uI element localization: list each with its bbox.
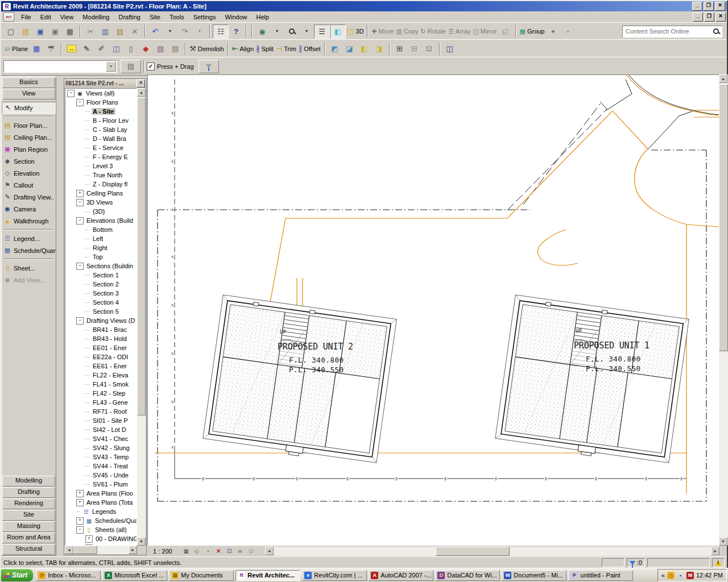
group-button[interactable]: ▦Group [519, 25, 546, 38]
design-bar-tab[interactable]: Rendering [2, 498, 55, 509]
model-graphics-button[interactable]: ◇ [192, 547, 202, 555]
work-plane-button[interactable]: ▱Plane [3, 42, 29, 55]
shadows-button[interactable]: ◑ [203, 547, 213, 555]
paste-button[interactable]: ▧ [113, 25, 127, 38]
scroll-down-icon[interactable]: ▼ [137, 537, 146, 546]
tree-item[interactable]: −Drafting Views (D [65, 316, 136, 325]
collapse-icon[interactable]: − [76, 217, 84, 225]
menu-item[interactable]: Window [220, 13, 251, 22]
collapse-icon[interactable]: − [76, 199, 84, 206]
filter-status[interactable]: :0 [627, 558, 645, 567]
tree-item[interactable]: −Sections (Buildin [65, 261, 136, 271]
floor-plan-tool[interactable]: ▤Floor Plan... [2, 119, 56, 131]
camera-tool[interactable]: ◉Camera [2, 203, 56, 215]
tree-item[interactable]: Top [65, 252, 136, 261]
default-3d-button[interactable]: ◫3D [346, 25, 365, 38]
tree-item[interactable]: Left [65, 234, 136, 243]
tree-item[interactable]: SI01 - Site P [65, 416, 136, 425]
walkthrough-tool[interactable]: ▲Walkthrough [2, 215, 56, 227]
unjoin-geometry-button[interactable]: ◪ [342, 42, 357, 55]
component-button[interactable]: ◫ [109, 42, 123, 55]
tree-item[interactable]: Section 3 [65, 289, 136, 298]
expand-icon[interactable]: + [76, 517, 84, 525]
scroll-up-icon[interactable]: ▲ [137, 88, 146, 97]
task-word[interactable]: W Document5 - Mi... [502, 570, 566, 581]
attach-button[interactable]: ▫ [560, 25, 575, 38]
child-restore-button[interactable]: ❐ [704, 13, 714, 22]
scroll-left-icon[interactable]: ◄ [65, 546, 73, 554]
add-view-tool[interactable]: ◉Add View... [2, 274, 56, 286]
properties-button[interactable]: ▤ [121, 60, 141, 73]
tree-item[interactable]: C - Slab Lay [65, 125, 136, 134]
title-bar[interactable]: R Revit Architecture 2009 - [081214 Site… [1, 1, 727, 11]
tree-item[interactable]: EE61 - Ener [65, 361, 136, 371]
tree-item[interactable]: Section 1 [65, 271, 136, 280]
type-selector[interactable]: ▾ [3, 60, 117, 73]
scroll-right-icon[interactable]: ► [129, 546, 137, 554]
tree-item[interactable]: EE01 - Ener [65, 343, 136, 352]
scroll-up-icon[interactable]: ▲ [719, 74, 727, 83]
tree-item[interactable]: SV45 - Unde [65, 471, 136, 480]
design-bar-tab[interactable]: Structural [2, 544, 55, 555]
resize-button[interactable]: ◱ [498, 25, 513, 38]
menu-item[interactable]: Drafting [114, 13, 145, 22]
design-bar-tab[interactable]: Basics [2, 77, 55, 88]
tree-item[interactable]: A - Site [65, 107, 136, 116]
undo-button[interactable]: ↶ [148, 25, 163, 38]
tree-item[interactable]: SV41 - Chec [65, 434, 136, 443]
view-scale[interactable]: 1 : 200 [153, 548, 172, 555]
zoom-dropdown[interactable]: ▾ [299, 25, 314, 38]
reveal-hidden-button[interactable]: ⊙ [246, 547, 256, 555]
demolish-button[interactable]: ⚒Demolish [188, 42, 225, 55]
redo-button[interactable]: ↷ [177, 25, 192, 38]
collapse-icon[interactable]: − [67, 90, 75, 97]
tree-item[interactable]: SV44 - Treat [65, 462, 136, 471]
detail-level-button[interactable]: ▦ [181, 547, 191, 555]
tree-item[interactable]: FL42 - Step [65, 389, 136, 398]
tree-item[interactable]: BR43 - Hold [65, 334, 136, 343]
tree-item[interactable]: −Elevations (Build [65, 216, 136, 225]
save-to-central-button[interactable]: ▣ [48, 25, 63, 38]
split-button[interactable]: ∦Split [255, 42, 275, 55]
site-plan-canvas[interactable]: UP PROPOSED UNIT 2 F.L. 340.800 P.L. 340… [148, 75, 719, 545]
tree-item[interactable]: B - Floor Lev [65, 116, 136, 125]
expand-icon[interactable]: + [85, 535, 93, 543]
open-button[interactable]: ▤ [18, 25, 33, 38]
split-face-button[interactable]: ▨ [153, 42, 168, 55]
content-search-box[interactable] [622, 26, 722, 38]
tree-item[interactable]: SV43 - Temp [65, 452, 136, 462]
filter-button[interactable] [198, 60, 219, 73]
tree-item[interactable]: +▦Schedules/Quant [65, 516, 136, 525]
rotate-button[interactable]: ↻Rotate [420, 25, 448, 38]
zoom-button[interactable] [284, 25, 299, 38]
wall-joins-button[interactable]: ⊞ [392, 42, 407, 55]
tree-item[interactable]: +Ceiling Plans [65, 189, 136, 198]
wheel-dropdown[interactable]: ▾ [270, 25, 284, 38]
temporary-hide-button[interactable]: ∞ [235, 547, 245, 555]
tray-clock-icon[interactable]: ◷ [667, 572, 675, 579]
tree-item[interactable]: SI42 - Lot D [65, 425, 136, 434]
section-tool[interactable]: ◆Section [2, 155, 56, 167]
browser-vertical-scrollbar[interactable]: ▲ ▼ [137, 88, 146, 546]
task-paint[interactable]: P untitled - Paint [568, 570, 633, 581]
tree-item[interactable]: True North [65, 171, 136, 180]
menu-item[interactable]: View [56, 13, 78, 22]
warning-status[interactable] [712, 558, 725, 567]
array-button[interactable]: ☰Array [447, 25, 471, 38]
tree-item[interactable]: +Area Plans (Floo [65, 489, 136, 498]
task-my-documents[interactable]: ▤ My Documents [169, 570, 234, 581]
tree-item[interactable]: Section 5 [65, 307, 136, 316]
collapse-icon[interactable]: − [76, 99, 84, 106]
callout-tool[interactable]: ⚑Callout [2, 179, 56, 191]
match-type-button[interactable]: ✎ [79, 42, 94, 55]
uncut-geometry-button[interactable]: ◨ [372, 42, 387, 55]
child-minimize-button[interactable]: _ [693, 13, 703, 22]
minimize-button[interactable]: _ [692, 2, 702, 11]
tree-item[interactable]: +Area Plans (Tota [65, 498, 136, 507]
tray-antivirus-icon[interactable]: M [686, 572, 694, 579]
design-bar-tab[interactable]: View [2, 89, 55, 99]
opening-button[interactable]: ▤ [168, 42, 183, 55]
design-bar-tab[interactable]: Massing [2, 521, 55, 532]
drawing-vertical-scrollbar[interactable]: ▲ ▼ [719, 74, 728, 546]
shaded-view-button[interactable]: ◧ [330, 24, 346, 39]
